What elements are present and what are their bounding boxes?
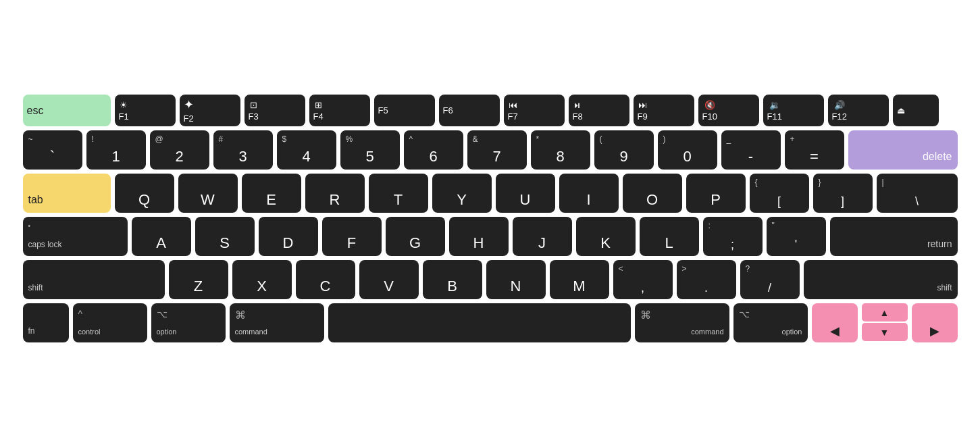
key-f1[interactable]: ☀ F1 xyxy=(115,95,176,126)
key-b[interactable]: B xyxy=(423,260,482,299)
key-x[interactable]: X xyxy=(232,260,292,299)
fn-label: fn xyxy=(28,326,35,338)
key-k[interactable]: K xyxy=(576,217,636,256)
key-r[interactable]: R xyxy=(305,174,365,213)
key-arrow-left[interactable]: ◀ xyxy=(812,303,858,342)
tab-label: tab xyxy=(28,194,43,209)
three-symbol: 3 xyxy=(219,148,267,165)
key-l[interactable]: L xyxy=(640,217,699,256)
h-label: H xyxy=(455,236,503,252)
key-f2[interactable]: ✦ F2 xyxy=(180,95,240,126)
key-quote[interactable]: " ' xyxy=(767,217,826,256)
key-0[interactable]: ) 0 xyxy=(658,130,717,170)
key-control[interactable]: ^ control xyxy=(73,303,147,342)
key-eject[interactable]: ⏏ xyxy=(893,95,939,126)
key-f10[interactable]: 🔇 F10 xyxy=(698,95,759,126)
key-o[interactable]: O xyxy=(623,174,682,213)
key-arrow-right[interactable]: ▶ xyxy=(912,303,958,342)
key-command-right[interactable]: ⌘ command xyxy=(635,303,729,342)
return-label: return xyxy=(927,238,952,252)
key-capslock[interactable]: • caps lock xyxy=(23,217,128,256)
key-f11[interactable]: 🔉 F11 xyxy=(763,95,824,126)
key-minus[interactable]: _ - xyxy=(721,130,781,170)
key-fn[interactable]: fn xyxy=(23,303,69,342)
f12-label: F12 xyxy=(832,111,847,122)
key-shift-right[interactable]: shift xyxy=(804,260,958,299)
key-slash[interactable]: ? / xyxy=(740,260,800,299)
tilde-symbol: ~ xyxy=(28,134,33,144)
key-3[interactable]: # 3 xyxy=(213,130,273,170)
backtick-symbol: ` xyxy=(28,148,77,165)
key-q[interactable]: Q xyxy=(115,174,174,213)
key-g[interactable]: G xyxy=(386,217,445,256)
key-f3[interactable]: ⊡ F3 xyxy=(244,95,305,126)
key-9[interactable]: ( 9 xyxy=(594,130,654,170)
key-d[interactable]: D xyxy=(259,217,318,256)
key-comma[interactable]: < , xyxy=(613,260,673,299)
key-return[interactable]: return xyxy=(830,217,958,256)
key-shift-left[interactable]: shift xyxy=(23,260,165,299)
key-5[interactable]: % 5 xyxy=(340,130,400,170)
key-f4[interactable]: ⊞ F4 xyxy=(309,95,370,126)
key-lbracket[interactable]: { [ xyxy=(750,174,809,213)
key-f[interactable]: F xyxy=(322,217,382,256)
key-f12[interactable]: 🔊 F12 xyxy=(828,95,889,126)
arrow-up-down-group: ▲ ▼ xyxy=(862,303,908,342)
key-rbracket[interactable]: } ] xyxy=(813,174,873,213)
key-f8[interactable]: ⏯ F8 xyxy=(569,95,629,126)
key-option-right[interactable]: ⌥ option xyxy=(733,303,808,342)
key-v[interactable]: V xyxy=(359,260,419,299)
j-label: J xyxy=(518,236,567,252)
key-8[interactable]: * 8 xyxy=(531,130,590,170)
key-z[interactable]: Z xyxy=(169,260,228,299)
key-f6[interactable]: F6 xyxy=(439,95,500,126)
key-e[interactable]: E xyxy=(242,174,301,213)
minus-symbol: - xyxy=(727,148,775,165)
question-symbol: ? xyxy=(746,264,750,274)
key-w[interactable]: W xyxy=(178,174,238,213)
w-label: W xyxy=(184,192,232,209)
key-option-left[interactable]: ⌥ option xyxy=(151,303,226,342)
key-y[interactable]: Y xyxy=(432,174,492,213)
key-esc[interactable]: esc xyxy=(23,95,111,126)
amp-symbol: & xyxy=(473,134,478,144)
key-7[interactable]: & 7 xyxy=(467,130,527,170)
r-label: R xyxy=(311,192,359,209)
key-4[interactable]: $ 4 xyxy=(277,130,336,170)
key-t[interactable]: T xyxy=(369,174,428,213)
key-s[interactable]: S xyxy=(195,217,255,256)
key-c[interactable]: C xyxy=(296,260,355,299)
key-command-left[interactable]: ⌘ command xyxy=(230,303,324,342)
key-u[interactable]: U xyxy=(496,174,555,213)
key-6[interactable]: ^ 6 xyxy=(404,130,463,170)
key-semicolon[interactable]: : ; xyxy=(703,217,763,256)
lcurly-symbol: { xyxy=(755,178,758,187)
key-h[interactable]: H xyxy=(449,217,509,256)
key-a[interactable]: A xyxy=(132,217,191,256)
key-2[interactable]: @ 2 xyxy=(150,130,209,170)
key-m[interactable]: M xyxy=(550,260,609,299)
key-arrow-down[interactable]: ▼ xyxy=(862,323,908,341)
key-f5[interactable]: F5 xyxy=(374,95,435,126)
nine-symbol: 9 xyxy=(600,148,648,165)
keyboard: esc ☀ F1 ✦ F2 ⊡ F3 ⊞ F4 xyxy=(11,82,970,355)
key-period[interactable]: > . xyxy=(677,260,736,299)
key-j[interactable]: J xyxy=(513,217,572,256)
key-p[interactable]: P xyxy=(686,174,746,213)
key-space[interactable] xyxy=(328,303,631,342)
key-n[interactable]: N xyxy=(486,260,546,299)
key-f9[interactable]: ⏭ F9 xyxy=(634,95,694,126)
f6-label: F6 xyxy=(443,105,453,115)
key-f7[interactable]: ⏮ F7 xyxy=(504,95,565,126)
key-arrow-up[interactable]: ▲ xyxy=(862,303,908,322)
key-1[interactable]: ! 1 xyxy=(86,130,146,170)
key-backslash[interactable]: | \ xyxy=(877,174,958,213)
key-equal[interactable]: + = xyxy=(785,130,844,170)
key-backtick[interactable]: ~ ` xyxy=(23,130,82,170)
key-i[interactable]: I xyxy=(559,174,619,213)
mute-icon: 🔇 xyxy=(704,100,715,110)
key-tab[interactable]: tab xyxy=(23,174,111,213)
key-delete[interactable]: delete xyxy=(848,130,958,170)
command-left-label: command xyxy=(235,328,267,338)
volume-down-icon: 🔉 xyxy=(769,100,780,110)
